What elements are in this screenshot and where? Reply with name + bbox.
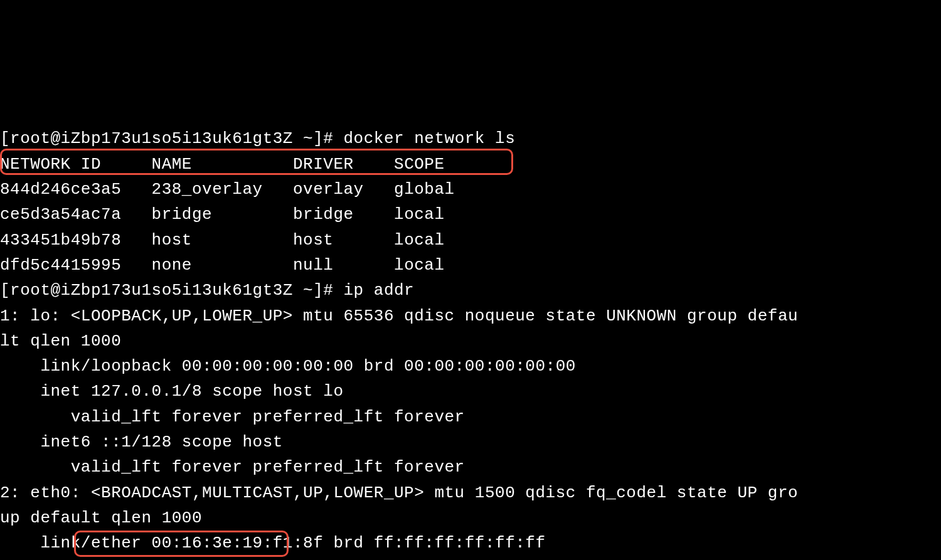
terminal-output[interactable]: [root@iZbp173u1so5i13uk61gt3Z ~]# docker… — [0, 101, 941, 560]
ip-output-line: up default qlen 1000 — [0, 509, 202, 527]
ip-output-line: 2: eth0: <BROADCAST,MULTICAST,UP,LOWER_U… — [0, 483, 798, 502]
command: ip addr — [344, 281, 415, 300]
network-scope: global — [394, 180, 455, 199]
ip-output-line: link/loopback 00:00:00:00:00:00 brd 00:0… — [0, 357, 576, 376]
prompt: [root@iZbp173u1so5i13uk61gt3Z ~]# — [0, 281, 344, 300]
network-scope: local — [394, 205, 445, 224]
ip-output-line: valid_lft forever preferred_lft forever — [0, 458, 465, 477]
prompt: [root@iZbp173u1so5i13uk61gt3Z ~]# — [0, 129, 344, 148]
table-header-driver: DRIVER — [293, 155, 354, 174]
network-id: ce5d3a54ac7a — [0, 205, 121, 224]
table-header-scope: SCOPE — [394, 155, 445, 174]
ip-output-line: valid_lft forever preferred_lft forever — [0, 408, 465, 426]
network-scope: local — [394, 231, 445, 250]
table-header-id: NETWORK ID — [0, 155, 101, 174]
network-driver: overlay — [293, 180, 364, 199]
network-name: 238_overlay — [152, 180, 263, 199]
network-name: host — [152, 231, 192, 250]
ip-output-line: inet6 ::1/128 scope host — [0, 433, 283, 452]
ip-output-line: link/ether 00:16:3e:19:f1:8f brd ff:ff:f… — [0, 534, 546, 552]
network-name: none — [152, 256, 192, 275]
network-id: dfd5c4415995 — [0, 256, 121, 275]
network-name: bridge — [152, 205, 213, 224]
command: docker network ls — [344, 129, 516, 148]
network-driver: host — [293, 231, 333, 250]
network-scope: local — [394, 256, 445, 275]
network-id: 844d246ce3a5 — [0, 180, 121, 199]
ip-output-line: lt qlen 1000 — [0, 332, 121, 351]
table-header-name: NAME — [152, 155, 192, 174]
network-driver: null — [293, 256, 333, 275]
network-id: 433451b49b78 — [0, 231, 121, 250]
ip-output-line: inet 127.0.0.1/8 scope host lo — [0, 382, 344, 401]
network-driver: bridge — [293, 205, 354, 224]
ip-output-line: 1: lo: <LOOPBACK,UP,LOWER_UP> mtu 65536 … — [0, 307, 798, 325]
